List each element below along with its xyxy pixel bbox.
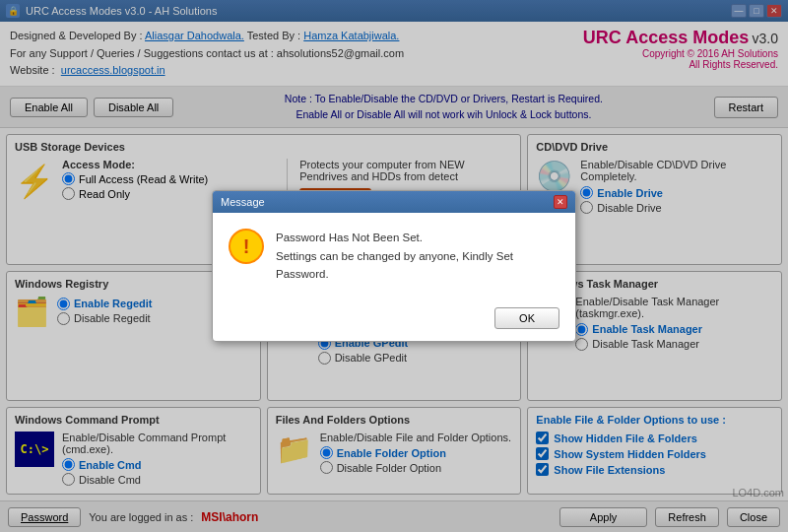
modal-titlebar: Message ✕ bbox=[213, 191, 575, 213]
modal-overlay: Message ✕ ! Password Has Not Been Set. S… bbox=[0, 0, 788, 532]
modal-close-button[interactable]: ✕ bbox=[554, 195, 567, 209]
modal-footer: OK bbox=[213, 299, 575, 341]
modal-message: Password Has Not Been Set. Settings can … bbox=[276, 229, 559, 283]
modal-title: Message bbox=[221, 196, 265, 208]
ok-button[interactable]: OK bbox=[494, 307, 559, 329]
modal-body: ! Password Has Not Been Set. Settings ca… bbox=[213, 213, 575, 299]
message-dialog: Message ✕ ! Password Has Not Been Set. S… bbox=[212, 190, 576, 341]
warning-icon: ! bbox=[229, 229, 264, 264]
